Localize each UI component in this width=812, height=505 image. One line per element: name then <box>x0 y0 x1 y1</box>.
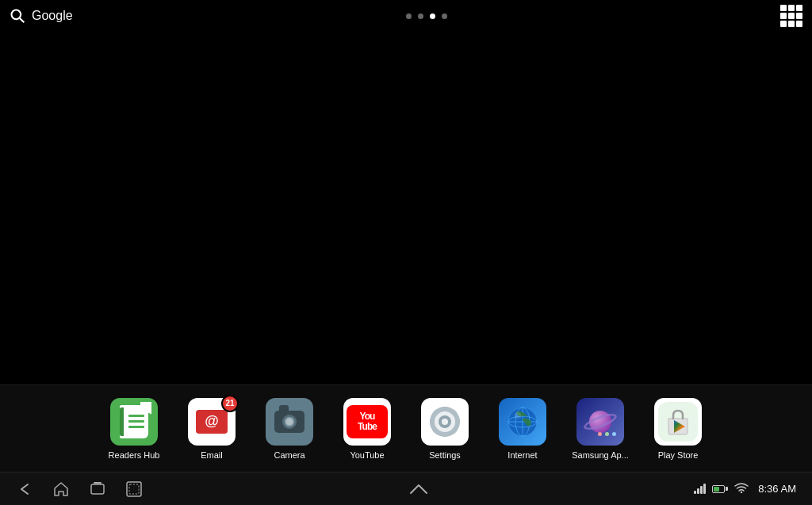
screenshot-button[interactable] <box>125 480 143 498</box>
svg-point-20 <box>515 412 521 419</box>
svg-rect-7 <box>442 432 447 437</box>
app-label-play-store: Play Store <box>658 450 699 460</box>
signal-bar-1 <box>694 491 696 494</box>
signal-strength-icon <box>694 484 706 494</box>
readers-hub-icon <box>110 398 158 446</box>
back-button[interactable] <box>16 480 33 498</box>
status-time: 8:36 AM <box>758 483 796 495</box>
grid-cell <box>780 21 787 27</box>
app-settings[interactable]: Settings <box>413 398 477 460</box>
email-icon: @ 21 <box>188 398 236 446</box>
wifi-icon <box>734 482 749 495</box>
grid-cell <box>780 5 787 11</box>
app-youtube[interactable]: You Tube YouTube <box>335 398 399 460</box>
page-dot-2[interactable] <box>418 13 423 19</box>
settings-icon <box>421 398 469 446</box>
app-label-internet: Internet <box>508 450 537 460</box>
app-internet[interactable]: Internet <box>491 398 554 460</box>
app-dock: Readers Hub @ 21 Email Camera <box>0 384 812 472</box>
top-bar: Google <box>0 0 812 32</box>
app-camera[interactable]: Camera <box>258 398 321 460</box>
grid-cell <box>796 5 802 11</box>
page-dot-1[interactable] <box>406 13 412 19</box>
search-bar[interactable]: Google <box>10 8 73 24</box>
bottom-navigation-bar: 8:36 AM <box>0 472 812 505</box>
grid-cell <box>796 13 802 19</box>
app-samsung-apps[interactable]: Samsung Ap... <box>569 398 632 460</box>
email-badge: 21 <box>221 395 239 412</box>
internet-icon <box>499 398 546 446</box>
grid-cell <box>780 13 787 19</box>
app-label-readers-hub: Readers Hub <box>109 450 160 460</box>
svg-point-0 <box>12 10 21 20</box>
youtube-icon: You Tube <box>343 398 391 446</box>
svg-rect-22 <box>91 484 104 494</box>
status-area: 8:36 AM <box>694 482 796 495</box>
app-label-camera: Camera <box>274 450 304 460</box>
app-label-email: Email <box>201 450 223 460</box>
app-label-settings: Settings <box>429 450 461 460</box>
svg-rect-25 <box>129 484 139 494</box>
svg-rect-9 <box>455 419 460 424</box>
app-readers-hub[interactable]: Readers Hub <box>102 398 166 460</box>
home-button[interactable] <box>52 480 70 498</box>
all-apps-button[interactable] <box>780 5 802 27</box>
grid-cell <box>796 21 802 27</box>
up-caret-button[interactable] <box>409 482 428 496</box>
svg-point-26 <box>741 492 742 493</box>
signal-bar-4 <box>703 484 706 494</box>
battery-icon <box>712 485 728 493</box>
app-label-samsung-apps: Samsung Ap... <box>572 450 629 460</box>
camera-icon <box>266 398 313 446</box>
page-dot-4[interactable] <box>442 13 447 19</box>
recent-apps-button[interactable] <box>89 480 106 498</box>
svg-rect-8 <box>430 419 435 424</box>
svg-rect-6 <box>442 407 447 411</box>
grid-cell <box>788 21 795 27</box>
page-indicators <box>406 13 447 19</box>
play-store-icon <box>654 398 702 446</box>
page-dot-3[interactable] <box>430 13 435 19</box>
app-label-youtube: YouTube <box>350 450 384 460</box>
signal-bar-2 <box>697 488 699 494</box>
grid-cell <box>788 5 795 11</box>
search-icon <box>10 8 25 24</box>
nav-center-control <box>409 482 428 496</box>
signal-bar-3 <box>700 486 703 494</box>
grid-cell <box>788 13 795 19</box>
nav-left-controls <box>16 480 143 498</box>
google-search-label: Google <box>32 9 73 23</box>
app-email[interactable]: @ 21 Email <box>180 398 243 460</box>
samsung-apps-icon <box>576 398 624 446</box>
svg-line-1 <box>20 18 24 22</box>
svg-rect-23 <box>94 482 102 484</box>
svg-point-5 <box>442 419 448 425</box>
app-play-store[interactable]: Play Store <box>646 398 710 460</box>
